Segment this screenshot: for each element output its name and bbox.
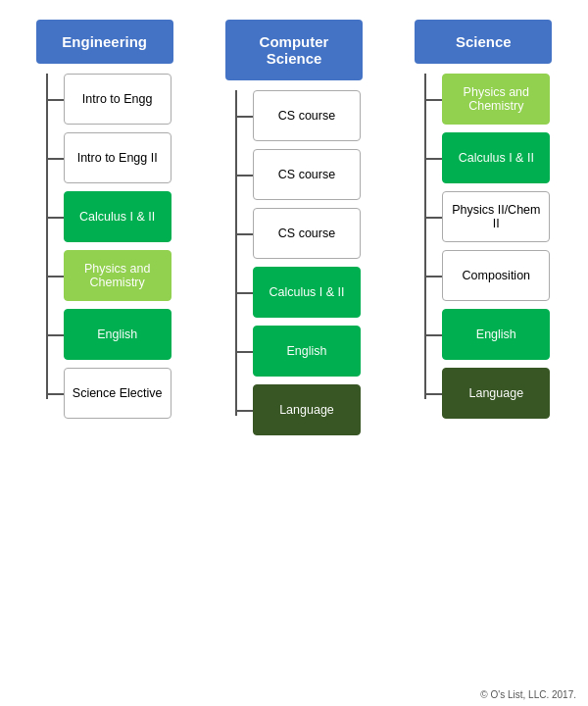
item-box-science-5: Language: [442, 368, 550, 419]
diagram: EngineeringIntro to EnggIntro to Engg II…: [0, 0, 588, 453]
list-item: Composition: [415, 250, 552, 301]
list-item: Calculus I & II: [36, 191, 173, 242]
item-box-computer-science-0: CS course: [253, 90, 361, 141]
item-box-engineering-1: Intro to Engg II: [64, 132, 172, 183]
item-box-science-0: Physics and Chemistry: [442, 74, 550, 125]
item-box-engineering-3: Physics and Chemistry: [64, 250, 172, 301]
item-box-engineering-0: Intro to Engg: [64, 74, 172, 125]
footer-text: © O's List, LLC. 2017.: [480, 689, 576, 700]
header-science: Science: [415, 20, 552, 64]
item-box-computer-science-1: CS course: [253, 149, 361, 200]
list-item: English: [225, 326, 363, 377]
list-item: CS course: [225, 149, 363, 200]
item-box-computer-science-3: Calculus I & II: [253, 267, 361, 318]
item-box-computer-science-2: CS course: [253, 208, 361, 259]
list-item: Science Elective: [36, 368, 173, 419]
item-box-engineering-2: Calculus I & II: [64, 191, 172, 242]
column-science: SciencePhysics and ChemistryCalculus I &…: [395, 20, 571, 427]
item-box-computer-science-4: English: [253, 326, 361, 377]
list-item: Physics and Chemistry: [36, 250, 173, 301]
item-box-computer-science-5: Language: [253, 384, 361, 435]
list-item: English: [36, 309, 173, 360]
header-engineering: Engineering: [36, 20, 173, 64]
items-science: Physics and ChemistryCalculus I & IIPhys…: [415, 74, 552, 427]
item-box-science-3: Composition: [442, 250, 550, 301]
list-item: Physics II/Chem II: [415, 191, 552, 242]
item-box-engineering-5: Science Elective: [64, 368, 172, 419]
list-item: CS course: [225, 90, 363, 141]
column-computer-science: Computer ScienceCS courseCS courseCS cou…: [206, 20, 382, 443]
header-computer-science: Computer Science: [225, 20, 363, 80]
list-item: CS course: [225, 208, 363, 259]
list-item: Physics and Chemistry: [415, 74, 552, 125]
column-engineering: EngineeringIntro to EnggIntro to Engg II…: [17, 20, 193, 427]
list-item: Calculus I & II: [225, 267, 363, 318]
item-box-science-4: English: [442, 309, 550, 360]
list-item: Intro to Engg: [36, 74, 173, 125]
item-box-engineering-4: English: [64, 309, 172, 360]
list-item: Language: [225, 384, 363, 435]
item-box-science-1: Calculus I & II: [442, 132, 550, 183]
item-box-science-2: Physics II/Chem II: [442, 191, 550, 242]
items-engineering: Intro to EnggIntro to Engg IICalculus I …: [36, 74, 173, 427]
items-computer-science: CS courseCS courseCS courseCalculus I & …: [225, 90, 363, 443]
list-item: Language: [415, 368, 552, 419]
list-item: Calculus I & II: [415, 132, 552, 183]
list-item: Intro to Engg II: [36, 132, 173, 183]
list-item: English: [415, 309, 552, 360]
